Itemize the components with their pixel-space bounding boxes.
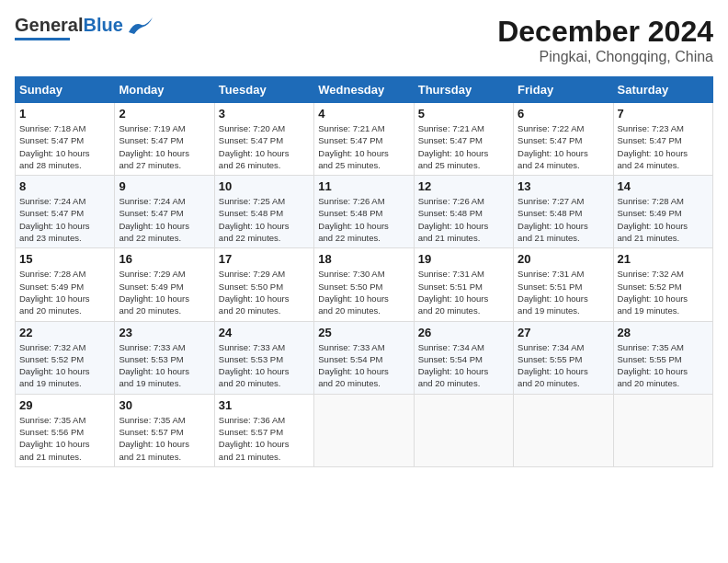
calendar-week-row: 1Sunrise: 7:18 AMSunset: 5:47 PMDaylight… — [16, 103, 713, 176]
calendar-day-cell: 16Sunrise: 7:29 AMSunset: 5:49 PMDayligh… — [115, 248, 214, 321]
day-info: Sunrise: 7:35 AMSunset: 5:55 PMDaylight:… — [618, 341, 709, 390]
day-number: 7 — [618, 107, 709, 121]
day-number: 22 — [19, 326, 110, 339]
day-info: Sunrise: 7:36 AMSunset: 5:57 PMDaylight:… — [219, 414, 310, 463]
calendar-day-cell: 22Sunrise: 7:32 AMSunset: 5:52 PMDayligh… — [16, 321, 115, 394]
calendar-day-header: Wednesday — [314, 77, 414, 103]
calendar-day-cell: 10Sunrise: 7:25 AMSunset: 5:48 PMDayligh… — [214, 176, 313, 248]
calendar-day-header: Friday — [514, 77, 613, 103]
page-title: December 2024 — [497, 15, 713, 49]
day-info: Sunrise: 7:19 AMSunset: 5:47 PMDaylight:… — [119, 122, 210, 171]
calendar-day-cell: 18Sunrise: 7:30 AMSunset: 5:50 PMDayligh… — [314, 248, 414, 321]
calendar-day-cell: 2Sunrise: 7:19 AMSunset: 5:47 PMDaylight… — [115, 103, 214, 176]
calendar-day-cell: 11Sunrise: 7:26 AMSunset: 5:48 PMDayligh… — [314, 176, 414, 248]
header: GeneralBlue December 2024 Pingkai, Chong… — [15, 15, 713, 65]
calendar-day-cell — [613, 394, 712, 466]
day-info: Sunrise: 7:34 AMSunset: 5:54 PMDaylight:… — [418, 341, 509, 390]
day-number: 12 — [418, 179, 509, 193]
logo-underline — [15, 38, 70, 40]
day-info: Sunrise: 7:27 AMSunset: 5:48 PMDaylight:… — [518, 195, 609, 244]
day-info: Sunrise: 7:29 AMSunset: 5:49 PMDaylight:… — [119, 268, 210, 316]
logo: GeneralBlue — [15, 15, 154, 40]
calendar-week-row: 29Sunrise: 7:35 AMSunset: 5:56 PMDayligh… — [16, 394, 713, 466]
calendar-day-cell: 13Sunrise: 7:27 AMSunset: 5:48 PMDayligh… — [514, 176, 613, 248]
day-info: Sunrise: 7:24 AMSunset: 5:47 PMDaylight:… — [119, 195, 210, 244]
calendar-day-cell: 24Sunrise: 7:33 AMSunset: 5:53 PMDayligh… — [214, 321, 313, 394]
calendar-day-cell: 21Sunrise: 7:32 AMSunset: 5:52 PMDayligh… — [613, 248, 712, 321]
calendar-day-cell — [314, 394, 414, 466]
page-subtitle: Pingkai, Chongqing, China — [497, 49, 713, 65]
day-number: 5 — [418, 107, 509, 121]
day-info: Sunrise: 7:26 AMSunset: 5:48 PMDaylight:… — [418, 195, 509, 244]
calendar-day-cell: 28Sunrise: 7:35 AMSunset: 5:55 PMDayligh… — [613, 321, 712, 394]
calendar-day-cell: 25Sunrise: 7:33 AMSunset: 5:54 PMDayligh… — [314, 321, 414, 394]
day-number: 8 — [19, 179, 110, 193]
day-info: Sunrise: 7:21 AMSunset: 5:47 PMDaylight:… — [318, 122, 409, 171]
calendar-week-row: 8Sunrise: 7:24 AMSunset: 5:47 PMDaylight… — [16, 176, 713, 248]
day-info: Sunrise: 7:34 AMSunset: 5:55 PMDaylight:… — [518, 341, 609, 390]
day-number: 15 — [19, 252, 110, 266]
day-number: 31 — [219, 398, 310, 412]
day-info: Sunrise: 7:31 AMSunset: 5:51 PMDaylight:… — [518, 268, 609, 316]
calendar-day-cell: 7Sunrise: 7:23 AMSunset: 5:47 PMDaylight… — [613, 103, 712, 176]
calendar-day-cell: 3Sunrise: 7:20 AMSunset: 5:47 PMDaylight… — [214, 103, 313, 176]
day-info: Sunrise: 7:25 AMSunset: 5:48 PMDaylight:… — [219, 195, 310, 244]
calendar-week-row: 22Sunrise: 7:32 AMSunset: 5:52 PMDayligh… — [16, 321, 713, 394]
day-info: Sunrise: 7:24 AMSunset: 5:47 PMDaylight:… — [19, 195, 110, 244]
calendar-day-cell: 27Sunrise: 7:34 AMSunset: 5:55 PMDayligh… — [514, 321, 613, 394]
calendar-day-cell: 14Sunrise: 7:28 AMSunset: 5:49 PMDayligh… — [613, 176, 712, 248]
calendar-day-cell: 20Sunrise: 7:31 AMSunset: 5:51 PMDayligh… — [514, 248, 613, 321]
day-number: 28 — [618, 326, 709, 339]
calendar-day-cell: 17Sunrise: 7:29 AMSunset: 5:50 PMDayligh… — [214, 248, 313, 321]
day-number: 20 — [518, 252, 609, 266]
day-number: 1 — [19, 107, 110, 121]
day-number: 11 — [318, 179, 409, 193]
calendar-day-cell: 9Sunrise: 7:24 AMSunset: 5:47 PMDaylight… — [115, 176, 214, 248]
bird-icon — [127, 16, 154, 36]
calendar-day-cell: 31Sunrise: 7:36 AMSunset: 5:57 PMDayligh… — [214, 394, 313, 466]
day-info: Sunrise: 7:21 AMSunset: 5:47 PMDaylight:… — [418, 122, 509, 171]
calendar-table: SundayMondayTuesdayWednesdayThursdayFrid… — [15, 76, 713, 467]
day-number: 3 — [219, 107, 310, 121]
day-number: 25 — [318, 326, 409, 339]
calendar-day-cell: 19Sunrise: 7:31 AMSunset: 5:51 PMDayligh… — [414, 248, 513, 321]
day-info: Sunrise: 7:33 AMSunset: 5:53 PMDaylight:… — [219, 341, 310, 390]
day-info: Sunrise: 7:28 AMSunset: 5:49 PMDaylight:… — [19, 268, 110, 316]
day-info: Sunrise: 7:18 AMSunset: 5:47 PMDaylight:… — [19, 122, 110, 171]
calendar-week-row: 15Sunrise: 7:28 AMSunset: 5:49 PMDayligh… — [16, 248, 713, 321]
calendar-day-cell: 12Sunrise: 7:26 AMSunset: 5:48 PMDayligh… — [414, 176, 513, 248]
day-info: Sunrise: 7:32 AMSunset: 5:52 PMDaylight:… — [19, 341, 110, 390]
day-number: 24 — [219, 326, 310, 339]
calendar-day-header: Tuesday — [214, 77, 313, 103]
day-info: Sunrise: 7:35 AMSunset: 5:56 PMDaylight:… — [19, 414, 110, 463]
day-info: Sunrise: 7:33 AMSunset: 5:53 PMDaylight:… — [119, 341, 210, 390]
day-info: Sunrise: 7:33 AMSunset: 5:54 PMDaylight:… — [318, 341, 409, 390]
day-number: 18 — [318, 252, 409, 266]
day-info: Sunrise: 7:20 AMSunset: 5:47 PMDaylight:… — [219, 122, 310, 171]
logo-general-text: General — [15, 15, 83, 35]
calendar-day-cell: 15Sunrise: 7:28 AMSunset: 5:49 PMDayligh… — [16, 248, 115, 321]
day-info: Sunrise: 7:31 AMSunset: 5:51 PMDaylight:… — [418, 268, 509, 316]
day-info: Sunrise: 7:23 AMSunset: 5:47 PMDaylight:… — [618, 122, 709, 171]
day-number: 30 — [119, 398, 210, 412]
calendar-day-cell: 30Sunrise: 7:35 AMSunset: 5:57 PMDayligh… — [115, 394, 214, 466]
day-number: 16 — [119, 252, 210, 266]
calendar-day-cell: 8Sunrise: 7:24 AMSunset: 5:47 PMDaylight… — [16, 176, 115, 248]
day-number: 21 — [618, 252, 709, 266]
calendar-day-header: Monday — [115, 77, 214, 103]
day-info: Sunrise: 7:29 AMSunset: 5:50 PMDaylight:… — [219, 268, 310, 316]
title-area: December 2024 Pingkai, Chongqing, China — [497, 15, 713, 65]
day-info: Sunrise: 7:35 AMSunset: 5:57 PMDaylight:… — [119, 414, 210, 463]
day-info: Sunrise: 7:30 AMSunset: 5:50 PMDaylight:… — [318, 268, 409, 316]
day-info: Sunrise: 7:28 AMSunset: 5:49 PMDaylight:… — [618, 195, 709, 244]
day-number: 17 — [219, 252, 310, 266]
day-number: 6 — [518, 107, 609, 121]
day-number: 9 — [119, 179, 210, 193]
logo-blue-text: Blue — [83, 15, 122, 35]
day-info: Sunrise: 7:26 AMSunset: 5:48 PMDaylight:… — [318, 195, 409, 244]
calendar-day-cell: 26Sunrise: 7:34 AMSunset: 5:54 PMDayligh… — [414, 321, 513, 394]
calendar-header-row: SundayMondayTuesdayWednesdayThursdayFrid… — [16, 77, 713, 103]
day-number: 23 — [119, 326, 210, 339]
day-number: 26 — [418, 326, 509, 339]
calendar-day-cell: 1Sunrise: 7:18 AMSunset: 5:47 PMDaylight… — [16, 103, 115, 176]
